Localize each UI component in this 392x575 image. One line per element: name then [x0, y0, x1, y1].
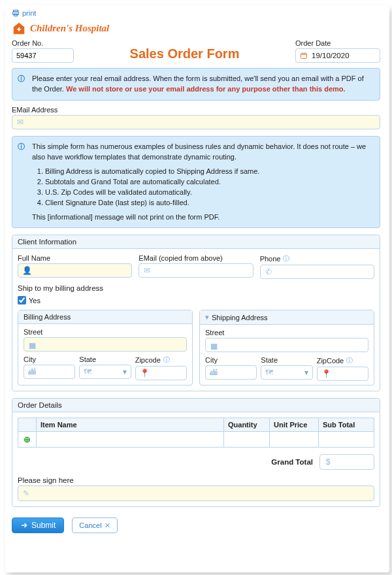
phone-label: Phone	[260, 255, 281, 263]
svg-rect-3	[301, 54, 307, 59]
submit-label: Submit	[31, 521, 56, 530]
col-qty: Quantity	[224, 418, 270, 432]
pin-icon: 📍	[321, 369, 329, 378]
zip-label: ZipCode	[317, 357, 344, 365]
hospital-icon	[12, 21, 26, 35]
pin-icon: 📍	[140, 369, 148, 378]
svg-rect-1	[13, 12, 19, 15]
client-info-section: Client Information Full Name 👤 EMail (co…	[12, 235, 380, 391]
brand-logo: Children's Hospital	[12, 21, 380, 35]
phone-input[interactable]: ✆	[260, 265, 374, 279]
road-icon: ▅	[28, 340, 36, 349]
email-input[interactable]: ✉	[12, 115, 380, 129]
col-sub: Sub Total	[319, 418, 374, 432]
cell-item[interactable]	[37, 432, 224, 448]
shipping-city-input[interactable]: 🏙	[205, 365, 257, 380]
col-unit: Unit Price	[270, 418, 319, 432]
email-notice-warn: We will not store or use your email addr…	[66, 85, 346, 93]
rule-item: Billing Address is automatically copied …	[45, 167, 373, 177]
help-icon[interactable]: ⓘ	[346, 356, 353, 365]
table-row: ⊕	[18, 432, 374, 448]
street-label: Street	[205, 329, 368, 337]
order-date-value: 19/10/2020	[312, 52, 350, 59]
close-icon: ✕	[105, 521, 110, 530]
cell-qty[interactable]	[224, 432, 270, 448]
billing-city-input[interactable]: 🏙	[24, 365, 75, 379]
billing-address-box: Billing Address Street ▅ City🏙 State🗺▾ Z…	[18, 310, 193, 386]
mail-icon: ✉	[143, 266, 151, 275]
rules-outro: This [informational] message will not pr…	[32, 212, 373, 223]
shipping-street-input[interactable]: ▅	[205, 338, 368, 352]
calendar-icon	[300, 52, 308, 59]
full-name-input[interactable]: 👤	[18, 263, 132, 278]
email-notice-callout: ⓘ Please enter your real email address. …	[12, 68, 380, 101]
billing-header: Billing Address	[18, 310, 192, 324]
brand-name: Children's Hospital	[30, 23, 109, 34]
billing-state-select[interactable]: 🗺▾	[79, 365, 131, 379]
page-title: Sales Order Form	[80, 46, 289, 63]
signature-input[interactable]: ✎	[18, 485, 374, 501]
shipping-state-select[interactable]: 🗺▾	[261, 365, 312, 380]
shipping-zip-input[interactable]: 📍	[317, 367, 368, 381]
map-icon: 🗺	[84, 367, 91, 376]
building-icon: 🏙	[210, 368, 218, 377]
chevron-down-icon: ▾	[304, 368, 308, 377]
order-details-section: Order Details Item Name Quantity Unit Pr…	[12, 398, 380, 507]
building-icon: 🏙	[28, 367, 36, 376]
print-link[interactable]: print	[12, 9, 380, 17]
full-name-label: Full Name	[18, 254, 132, 262]
rule-item: U.S. Zip Codes will be validated automat…	[45, 188, 373, 198]
rules-intro: This simple form has numerous examples o…	[32, 142, 373, 163]
client-email-input[interactable]: ✉	[139, 263, 253, 278]
shipping-header: Shipping Address	[212, 314, 268, 321]
help-icon[interactable]: ⓘ	[283, 254, 289, 263]
city-label: City	[205, 356, 257, 364]
order-items-table: Item Name Quantity Unit Price Sub Total …	[18, 418, 374, 448]
zip-label: Zipcode	[135, 356, 161, 364]
cancel-label: Cancel	[79, 521, 101, 529]
phone-icon: ✆	[265, 267, 272, 276]
cell-unit[interactable]	[270, 432, 319, 448]
info-icon: ⓘ	[18, 142, 25, 152]
order-date-input[interactable]: 19/10/2020	[295, 48, 380, 63]
billing-zip-input[interactable]: 📍	[135, 366, 187, 380]
dollar-icon: $	[324, 457, 332, 467]
add-row-button[interactable]: ⊕	[24, 435, 31, 444]
state-label: State	[261, 356, 312, 364]
print-label: print	[22, 9, 36, 17]
chevron-down-icon[interactable]: ▾	[205, 313, 209, 321]
order-no-input[interactable]	[12, 48, 74, 63]
map-icon: 🗺	[265, 368, 273, 377]
email-label: EMail Address	[12, 106, 380, 114]
cancel-button[interactable]: Cancel ✕	[72, 518, 117, 533]
state-label: State	[79, 355, 131, 363]
grand-total-value: $	[319, 454, 374, 470]
grand-total-label: Grand Total	[271, 458, 313, 466]
sign-label: Please sign here	[18, 476, 374, 484]
rule-item: Subtotals and Grand Total are automatica…	[45, 177, 373, 188]
road-icon: ▅	[210, 340, 218, 350]
cell-sub	[319, 432, 374, 448]
help-icon[interactable]: ⓘ	[163, 355, 170, 365]
rules-callout: ⓘ This simple form has numerous examples…	[12, 136, 380, 229]
arrow-right-icon	[20, 521, 28, 529]
rule-item: Client Signature Date (last step) is aut…	[45, 198, 373, 208]
order-details-header: Order Details	[12, 399, 380, 412]
submit-button[interactable]: Submit	[12, 518, 64, 533]
info-icon: ⓘ	[18, 74, 25, 84]
ship-same-check[interactable]	[18, 296, 26, 304]
print-icon	[12, 9, 20, 17]
order-date-label: Order Date	[295, 39, 380, 47]
client-email-label: EMail (copied from above)	[139, 254, 253, 262]
person-icon: 👤	[22, 266, 30, 275]
order-no-label: Order No.	[12, 39, 74, 47]
billing-street-input[interactable]: ▅	[24, 337, 187, 352]
ship-same-checkbox[interactable]: Yes	[18, 296, 374, 304]
col-item: Item Name	[37, 418, 224, 432]
street-label: Street	[24, 328, 187, 336]
pencil-icon: ✎	[22, 489, 30, 498]
yes-label: Yes	[29, 297, 41, 304]
shipping-address-box: ▾Shipping Address Street ▅ City🏙 State🗺▾…	[199, 310, 374, 386]
mail-icon: ✉	[16, 118, 24, 127]
chevron-down-icon: ▾	[123, 367, 127, 376]
